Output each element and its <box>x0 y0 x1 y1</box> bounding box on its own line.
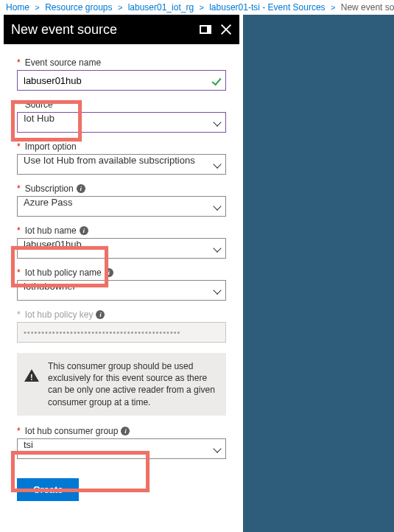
field-iot-hub-policy-key: *Iot hub policy key i ••••••••••••••••••… <box>17 309 226 343</box>
label-iot-hub-consumer-group: *Iot hub consumer group i <box>17 426 226 436</box>
create-button[interactable]: Create <box>17 478 79 501</box>
field-subscription: *Subscription i Azure Pass <box>17 183 226 217</box>
close-icon[interactable] <box>220 24 232 35</box>
field-source: *Source Iot Hub <box>17 99 226 133</box>
label-iot-hub-name: *Iot hub name i <box>17 225 226 236</box>
breadcrumb: Home > Resource groups > labuser01_iot_r… <box>0 0 394 15</box>
label-iot-hub-policy-name: *Iot hub policy name i <box>17 267 226 278</box>
pin-icon[interactable] <box>200 25 211 34</box>
breadcrumb-resource-groups[interactable]: Resource groups <box>45 2 112 13</box>
label-import-option: *Import option <box>17 141 226 152</box>
iot-hub-policy-key-input: ••••••••••••••••••••••••••••••••••••••••… <box>17 322 226 343</box>
import-option-select[interactable]: Use Iot Hub from available subscriptions <box>17 154 226 175</box>
field-event-source-name: *Event source name <box>17 57 226 91</box>
label-event-source-name: *Event source name <box>17 57 226 68</box>
label-iot-hub-policy-key: *Iot hub policy key i <box>17 309 226 320</box>
event-source-name-input[interactable] <box>17 70 226 91</box>
info-icon[interactable]: i <box>77 184 85 193</box>
chevron-right-icon: > <box>35 3 39 12</box>
checkmark-icon <box>210 74 222 85</box>
iot-hub-name-select[interactable]: labuser01hub <box>17 238 226 259</box>
field-import-option: *Import option Use Iot Hub from availabl… <box>17 141 226 175</box>
iot-hub-policy-name-select[interactable]: iothubowner <box>17 280 226 301</box>
warning-icon <box>24 369 39 382</box>
source-select[interactable]: Iot Hub <box>17 112 226 133</box>
field-iot-hub-consumer-group: *Iot hub consumer group i tsi <box>17 426 226 459</box>
blade-body: *Event source name *Source Iot Hub *Impo… <box>4 44 239 532</box>
info-icon[interactable]: i <box>80 226 88 235</box>
field-iot-hub-name: *Iot hub name i labuser01hub <box>17 225 226 259</box>
label-source: *Source <box>17 99 226 110</box>
consumer-group-notice: This consumer group should be used exclu… <box>17 353 226 416</box>
info-icon[interactable]: i <box>96 310 105 319</box>
blade-title: New event source <box>11 22 117 38</box>
chevron-right-icon: > <box>118 3 122 12</box>
blade-header: New event source <box>4 15 239 44</box>
breadcrumb-current: New event source <box>341 2 394 13</box>
breadcrumb-rg-name[interactable]: labuser01_iot_rg <box>128 2 194 13</box>
iot-hub-consumer-group-select[interactable]: tsi <box>17 438 226 459</box>
info-icon[interactable]: i <box>121 427 130 435</box>
breadcrumb-tsi[interactable]: labuser01-tsi - Event Sources <box>209 2 325 13</box>
field-iot-hub-policy-name: *Iot hub policy name i iothubowner <box>17 267 226 301</box>
chevron-right-icon: > <box>331 3 335 12</box>
subscription-select[interactable]: Azure Pass <box>17 196 226 217</box>
right-background-panel <box>243 0 394 532</box>
chevron-right-icon: > <box>199 3 203 12</box>
breadcrumb-home[interactable]: Home <box>6 2 29 13</box>
label-subscription: *Subscription i <box>17 183 226 194</box>
info-icon[interactable]: i <box>105 268 113 277</box>
